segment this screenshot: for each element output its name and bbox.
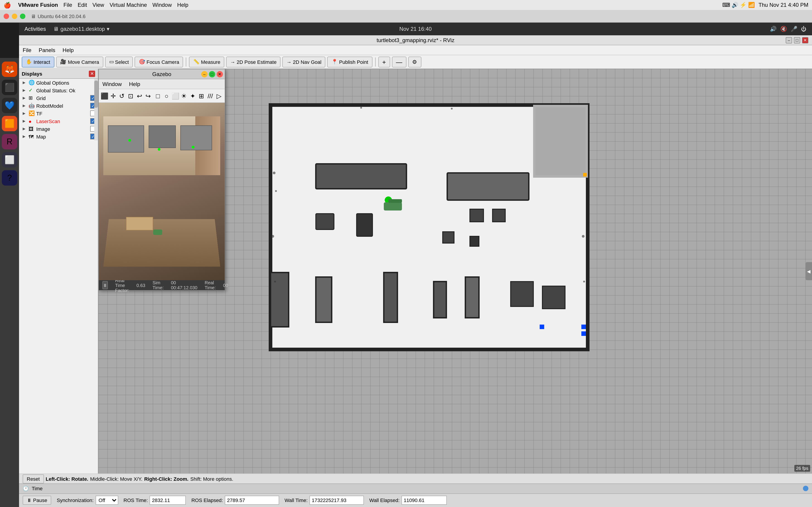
minimize-button[interactable] — [12, 13, 17, 19]
expand-arrow: ▶ — [23, 88, 27, 92]
interact-tool-btn[interactable]: ✋ Interact — [22, 56, 54, 67]
gazebo-redo-tool[interactable]: ↪ — [144, 90, 152, 101]
wall-elapsed-input[interactable] — [401, 496, 447, 505]
svg-point-29 — [582, 235, 585, 238]
ros-elapsed-input[interactable] — [225, 496, 279, 505]
gazebo-close-btn[interactable]: ✕ — [217, 71, 223, 77]
display-item-laserscan[interactable]: ▶ ● LaserScan ✓ — [19, 117, 98, 125]
gazebo-grid-tool[interactable]: ⊞ — [198, 90, 205, 101]
mac-menu-view[interactable]: View — [92, 2, 104, 8]
sidebar-icon-rviz[interactable]: R — [2, 134, 17, 150]
display-item-grid[interactable]: ▶ ⊞ Grid ✓ — [19, 94, 98, 102]
gazebo-pause-btn[interactable]: ⏸ — [102, 281, 108, 289]
gazebo-box-tool[interactable]: □ — [154, 90, 162, 101]
minus-btn[interactable]: — — [392, 56, 406, 67]
gazebo-maximize-btn[interactable]: □ — [209, 71, 215, 77]
gazebo-light-tool[interactable]: ☀ — [180, 90, 188, 101]
2d-nav-tool-btn[interactable]: → 2D Nav Goal — [283, 56, 325, 67]
gazebo-shelf-3 — [180, 125, 212, 150]
gazebo-menu-window[interactable]: Window — [102, 81, 122, 87]
reset-btn[interactable]: Reset — [23, 474, 44, 483]
publish-point-tool-btn[interactable]: 📍 Publish Point — [327, 56, 372, 67]
rviz-close-btn[interactable]: ✕ — [802, 37, 808, 43]
displays-scrollbar-thumb[interactable] — [94, 80, 98, 108]
svg-point-31 — [360, 107, 362, 109]
gazebo-rotate-tool[interactable]: ↺ — [118, 90, 126, 101]
left-click-hint: Left-Click: Rotate. — [46, 476, 88, 482]
wall-time-input[interactable] — [309, 496, 364, 505]
rviz-maximize-btn[interactable]: □ — [794, 37, 800, 43]
display-item-global-status[interactable]: ▶ ✓ Global Status: Ok — [19, 87, 98, 94]
svg-rect-23 — [581, 331, 586, 336]
gazebo-translate-tool[interactable]: ✛ — [109, 90, 117, 101]
display-item-map[interactable]: ▶ 🗺 Map ✓ — [19, 133, 98, 140]
gazebo-minimize-btn[interactable]: – — [201, 71, 208, 77]
sidebar-icon-firefox[interactable]: 🦊 — [2, 62, 17, 77]
grid-label: Grid — [36, 95, 89, 101]
measure-tool-btn[interactable]: 📏 Measure — [189, 56, 224, 67]
display-item-global-options[interactable]: ▶ 🌐 Global Options — [19, 79, 98, 87]
settings-btn[interactable]: ⚙ — [408, 56, 421, 67]
sidebar-icon-vscode[interactable]: 💙 — [2, 98, 17, 113]
rviz-menu-panels[interactable]: Panels — [39, 47, 55, 53]
time-panel-title: Time — [32, 486, 43, 491]
pause-btn[interactable]: ⏸ Pause — [23, 496, 51, 505]
rviz-menu-help[interactable]: Help — [62, 47, 73, 53]
gazebo-cylinder-tool[interactable]: ⬜ — [171, 90, 180, 101]
gazebo-particle-tool[interactable]: ✦ — [189, 90, 197, 101]
sidebar-icon-terminal[interactable]: ⬛ — [2, 80, 17, 95]
display-item-image[interactable]: ▶ 🖼 Image — [19, 125, 98, 133]
mac-menu-help[interactable]: Help — [177, 2, 188, 8]
sidebar-icon-help[interactable]: ? — [2, 170, 17, 186]
display-item-tf[interactable]: ▶ 🔀 TF — [19, 110, 98, 117]
svg-rect-16 — [465, 277, 479, 318]
gazebo-menu-help[interactable]: Help — [129, 81, 140, 87]
sync-select[interactable]: Off ROS Wall — [95, 496, 118, 505]
gazebo-snap-tool[interactable]: /// — [206, 90, 214, 101]
time-panel-header: 🕐 Time — [19, 484, 812, 494]
time-icon: 🕐 — [23, 486, 29, 492]
select-tool-btn[interactable]: ▭ Select — [105, 56, 133, 67]
gazebo-select-tool[interactable]: ⬛ — [101, 90, 108, 101]
map-resize-handle[interactable]: ◀ — [806, 262, 812, 280]
gazebo-scale-tool[interactable]: ⊡ — [127, 90, 135, 101]
mac-menu-file[interactable]: File — [63, 2, 72, 8]
map-view[interactable]: Gazebo – □ ✕ Window Help ⬛ — [98, 69, 812, 473]
2d-pose-tool-btn[interactable]: → 2D Pose Estimate — [226, 56, 281, 67]
mac-menu-edit[interactable]: Edit — [78, 2, 87, 8]
laserscan-label: LaserScan — [36, 118, 89, 124]
gazebo-toolbar: ⬛ ✛ ↺ ⊡ ↩ ↪ □ ○ ⬜ ☀ ✦ ⊞ — [99, 89, 225, 103]
gazebo-robot — [153, 229, 162, 235]
select-icon: ▭ — [109, 59, 114, 65]
close-button[interactable] — [4, 13, 9, 19]
mac-menu-window[interactable]: Window — [152, 2, 172, 8]
content-area: 🦊 ⬛ 💙 🟧 R ⬜ ? Activities 🖥 gazebo11.desk… — [0, 23, 812, 507]
rviz-menu-file[interactable]: File — [23, 47, 32, 53]
image-icon: 🖼 — [29, 126, 35, 131]
activities-button[interactable]: Activities — [24, 26, 46, 32]
right-click-hint: Right-Click: Zoom. — [144, 476, 189, 482]
focus-camera-tool-btn[interactable]: 🎯 Focus Camera — [135, 56, 183, 67]
gazebo-statusbar: ⏸ Real Time Factor: 0.63 Sim Time: 00 00… — [99, 280, 225, 290]
displays-scrollbar[interactable] — [94, 79, 98, 140]
ros-time-input[interactable] — [150, 496, 186, 505]
sidebar-icon-apps[interactable]: 🟧 — [2, 116, 17, 131]
gazebo-3d-view[interactable] — [99, 103, 225, 280]
maximize-button[interactable] — [20, 13, 26, 19]
displays-list: ▶ 🌐 Global Options ▶ ✓ Global Status: Ok… — [19, 79, 98, 140]
gazebo-undo-tool[interactable]: ↩ — [136, 90, 143, 101]
mac-menu-vm[interactable]: Virtual Machine — [110, 2, 147, 8]
display-item-robot-model[interactable]: ▶ 🤖 RobotModel ✓ — [19, 102, 98, 110]
axis-btn[interactable]: + — [378, 56, 390, 67]
sidebar-icon-layers[interactable]: ⬜ — [2, 152, 17, 168]
map-svg — [225, 101, 615, 381]
displays-close-btn[interactable]: ✕ — [89, 70, 95, 77]
svg-point-30 — [583, 281, 585, 282]
rviz-minimize-btn[interactable]: – — [786, 37, 792, 43]
move-camera-tool-btn[interactable]: 🎥 Move Camera — [56, 56, 103, 67]
mac-time: Thu Nov 21 4:40 PM — [759, 2, 808, 8]
time-panel-settings[interactable] — [803, 486, 808, 491]
rviz-titlebar: turtlebot3_gmapping.rviz* - RViz – □ ✕ — [19, 35, 812, 45]
gazebo-sphere-tool[interactable]: ○ — [163, 90, 170, 101]
gazebo-more-tool[interactable]: ▷ — [215, 90, 223, 101]
